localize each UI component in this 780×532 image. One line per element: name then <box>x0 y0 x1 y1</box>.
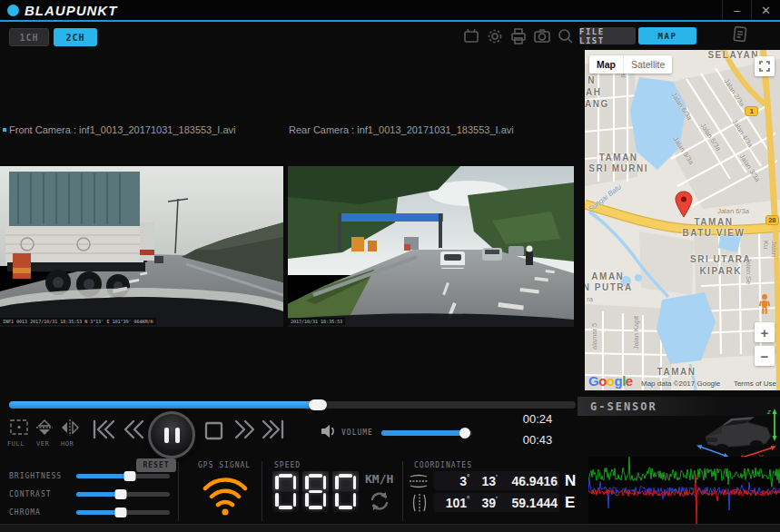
chroma-label: CHROMA <box>9 508 41 517</box>
map-attribution: Map data ©2017 Google <box>641 379 720 388</box>
front-camera-label: Front Camera : inf1_0013_20171031_183553… <box>9 124 236 135</box>
rear-video-watermark: 2017/10/31 18:35:53 <box>288 318 345 325</box>
pegman-icon[interactable] <box>756 293 773 315</box>
ver-label: VER <box>36 440 49 448</box>
title-bar: BLAUPUNKT – ✕ <box>0 0 780 20</box>
latitude-direction: N <box>565 472 583 490</box>
google-logo[interactable]: Google <box>588 373 633 389</box>
print-icon[interactable] <box>508 26 528 46</box>
speed-unit: KM/H <box>365 472 393 486</box>
full-label: FULL <box>7 440 25 448</box>
skip-back-button[interactable] <box>91 419 114 440</box>
notes-icon[interactable] <box>729 25 749 44</box>
longitude-value: 101° 39' 59.1444 <box>434 493 559 512</box>
close-button[interactable]: ✕ <box>751 0 780 20</box>
tab-file-list[interactable]: FILE LIST <box>579 27 636 44</box>
rear-camera-label: Rear Camera : inf1_0013_20171031_183553_… <box>289 124 514 135</box>
seek-fill <box>9 401 318 409</box>
contrast-label: CONTRAST <box>9 490 52 498</box>
map-type-map-button[interactable]: Map <box>589 55 623 74</box>
speed-digit <box>302 471 329 512</box>
app-window: BLAUPUNKT – ✕ 1CH 2CH FILE LIST MAP Fron… <box>0 0 780 532</box>
rear-camera-video: 2017/10/31 18:35:53 <box>288 166 574 327</box>
pause-button[interactable] <box>148 411 195 458</box>
flip-horizontal-button[interactable] <box>60 419 80 437</box>
axis-z-label: z <box>766 408 771 416</box>
pause-icon <box>164 428 169 443</box>
gps-signal-label: GPS SIGNAL <box>198 461 251 469</box>
map-zoom-in-button[interactable]: + <box>755 322 775 342</box>
zoom-icon[interactable] <box>556 26 576 46</box>
gps-signal-icon <box>200 470 251 521</box>
channel-2-button[interactable]: 2CH <box>54 28 97 46</box>
map-panel[interactable]: SELAYANNAHANGJalTAMAN SRI MURNIJalan 6/3… <box>585 50 780 390</box>
terms-of-use-link[interactable]: Terms of Use <box>734 379 776 388</box>
accent-divider <box>0 20 780 22</box>
map-marker-pin[interactable] <box>675 191 693 218</box>
speed-label: SPEED <box>274 461 301 469</box>
gsensor-car-graphic: x Y z <box>693 406 780 464</box>
seek-handle[interactable] <box>309 399 327 410</box>
stop-button[interactable] <box>203 421 227 443</box>
volume-label: VOLUME <box>341 429 373 437</box>
route-shield: 1 <box>745 106 758 116</box>
tab-map[interactable]: MAP <box>638 27 696 44</box>
seek-bar[interactable] <box>9 401 576 409</box>
minimize-button[interactable]: – <box>722 0 751 20</box>
display-icon[interactable] <box>461 26 481 46</box>
current-time: 00:24 <box>518 412 558 426</box>
divider <box>178 461 179 521</box>
brand-logo-icon <box>7 5 19 16</box>
app-title: BLAUPUNKT <box>25 3 117 18</box>
volume-slider[interactable] <box>381 430 472 436</box>
gsensor-waveform <box>588 457 780 529</box>
speed-digits <box>272 471 359 512</box>
brightness-handle[interactable] <box>123 471 135 481</box>
speed-digit <box>272 471 299 512</box>
total-time: 00:43 <box>518 433 558 447</box>
map-zoom-out-button[interactable]: − <box>755 346 775 366</box>
full-screen-view-button[interactable] <box>9 419 29 437</box>
contrast-handle[interactable] <box>115 489 127 499</box>
flip-vertical-button[interactable] <box>35 419 54 437</box>
longitude-direction: E <box>565 494 583 512</box>
fast-forward-button[interactable] <box>232 419 256 440</box>
snapshot-icon[interactable] <box>532 26 552 46</box>
map-type-satellite-button[interactable]: Satellite <box>623 55 672 74</box>
chroma-handle[interactable] <box>115 507 127 517</box>
contrast-slider[interactable] <box>76 492 170 497</box>
divider <box>262 461 262 521</box>
speaker-icon[interactable] <box>320 423 338 439</box>
footer-strip <box>0 524 780 532</box>
front-camera-bullet <box>3 128 6 132</box>
coordinates-label: COORDINATES <box>414 461 472 469</box>
channel-1-button[interactable]: 1CH <box>9 28 49 46</box>
refresh-icon[interactable] <box>369 491 390 511</box>
route-shield: 28 <box>765 215 779 225</box>
hor-label: HOR <box>61 440 74 448</box>
reset-button[interactable]: RESET <box>136 458 176 472</box>
brightness-slider[interactable] <box>76 474 170 478</box>
speed-digit <box>332 471 359 512</box>
divider <box>402 461 403 521</box>
front-camera-video: INF1 0013 2017/10/31 18:35:53 N 3°13' E … <box>0 166 283 327</box>
map-type-control: Map Satellite <box>589 55 672 74</box>
brightness-label: BRIGHTNESS <box>9 472 62 480</box>
skip-forward-button[interactable] <box>262 419 285 440</box>
volume-fill <box>381 430 465 436</box>
map-canvas <box>585 50 780 390</box>
front-video-watermark: INF1 0013 2017/10/31 18:35:53 N 3°13' E … <box>0 318 156 325</box>
latitude-icon <box>409 473 429 493</box>
settings-icon[interactable] <box>485 26 505 46</box>
volume-handle[interactable] <box>459 428 470 438</box>
chroma-slider[interactable] <box>76 510 170 515</box>
latitude-value: 3° 13' 46.9416 <box>434 471 559 490</box>
longitude-icon <box>411 493 428 517</box>
map-fullscreen-button[interactable] <box>755 56 775 76</box>
rewind-button[interactable] <box>122 419 145 440</box>
gsensor-title: G-SENSOR <box>578 400 657 413</box>
